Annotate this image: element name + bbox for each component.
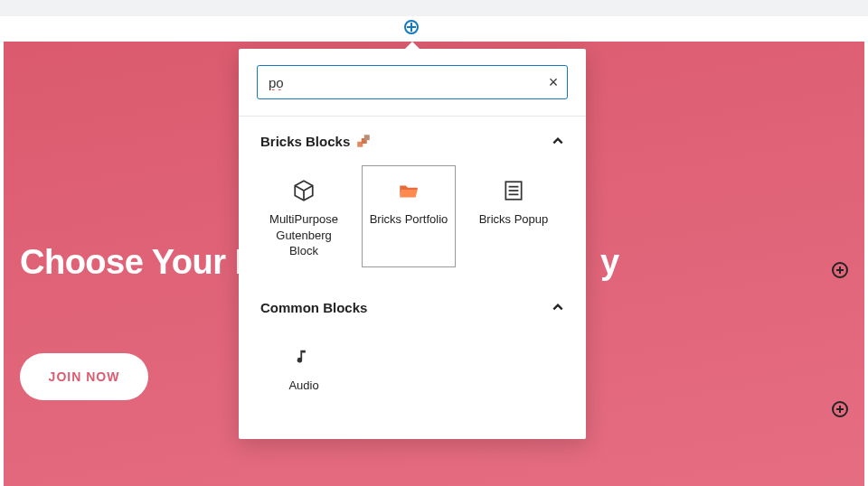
- hero-title-trailing: y: [600, 243, 619, 282]
- block-search-field[interactable]: ×: [257, 65, 568, 99]
- clear-search-button[interactable]: ×: [540, 73, 567, 92]
- category-header-bricks-blocks[interactable]: Bricks Blocks: [239, 117, 586, 165]
- category-common-blocks: Common Blocks Audio: [239, 284, 586, 418]
- block-label: Bricks Portfolio: [370, 211, 448, 228]
- plus-icon: [835, 405, 844, 414]
- add-block-button[interactable]: [404, 20, 419, 34]
- block-list-scroll[interactable]: Bricks Blocks MultiPurpose Gutenberg Blo…: [239, 116, 586, 439]
- join-now-button[interactable]: JOIN NOW: [20, 353, 148, 400]
- add-block-side-button[interactable]: [832, 401, 848, 417]
- svg-rect-2: [364, 135, 370, 140]
- chevron-up-icon: [552, 301, 564, 313]
- cube-icon: [292, 179, 316, 202]
- category-bricks-blocks: Bricks Blocks MultiPurpose Gutenberg Blo…: [239, 117, 586, 284]
- popup-window-icon: [502, 179, 525, 202]
- chevron-up-icon: [552, 135, 564, 147]
- plus-icon: [835, 266, 844, 275]
- block-inserter-popover: × Bricks Blocks: [239, 49, 586, 439]
- scroll-filler: [239, 418, 586, 439]
- editor-topbar: [0, 0, 868, 16]
- block-search-input[interactable]: [258, 75, 540, 90]
- audio-note-icon: [292, 345, 316, 369]
- add-block-side-button[interactable]: [832, 262, 848, 278]
- category-grid: MultiPurpose Gutenberg Block Bricks Port…: [239, 165, 586, 267]
- category-header-common-blocks[interactable]: Common Blocks: [239, 284, 586, 332]
- block-audio[interactable]: Audio: [257, 332, 351, 402]
- hero-title: Choose Your Fa: [20, 243, 274, 282]
- block-multipurpose-gutenberg[interactable]: MultiPurpose Gutenberg Block: [257, 165, 351, 267]
- category-title: Common Blocks: [260, 300, 367, 315]
- block-bricks-popup[interactable]: Bricks Popup: [467, 165, 561, 267]
- folder-open-icon: [397, 179, 420, 202]
- block-label: Audio: [288, 378, 318, 394]
- category-title: Bricks Blocks: [260, 134, 350, 149]
- plus-icon: [407, 23, 416, 32]
- block-insert-bar: [0, 16, 868, 42]
- block-label: Bricks Popup: [479, 211, 549, 228]
- block-label: MultiPurpose Gutenberg Block: [263, 211, 344, 259]
- bricks-logo-icon: [355, 133, 372, 149]
- category-grid: Audio: [239, 332, 586, 402]
- block-bricks-portfolio[interactable]: Bricks Portfolio: [362, 165, 456, 267]
